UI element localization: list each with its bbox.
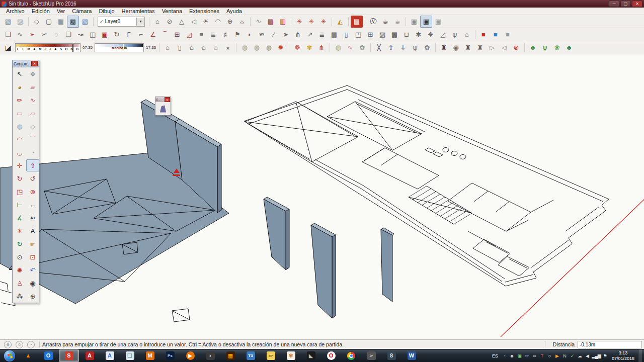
select-tool[interactable]: ↖ bbox=[13, 68, 26, 80]
column-tool-icon[interactable]: ≡ bbox=[195, 29, 207, 41]
menu-ayuda[interactable]: Ayuda bbox=[223, 8, 245, 15]
offset-tool[interactable]: ⊚ bbox=[26, 186, 39, 198]
poly-gray-icon[interactable]: ⌂ bbox=[461, 29, 473, 41]
tray-n-icon[interactable]: N bbox=[561, 353, 568, 358]
orbit-arrow-icon[interactable]: ↻ bbox=[111, 29, 123, 41]
stone-icon[interactable]: ◍ bbox=[332, 42, 344, 54]
tray-cloud-icon[interactable]: ☁ bbox=[577, 353, 583, 358]
roof-hatch-icon[interactable]: ▨ bbox=[376, 29, 388, 41]
menu-cámara[interactable]: Cámara bbox=[69, 8, 95, 15]
flag-left-icon[interactable]: ◁ bbox=[498, 42, 510, 54]
xray-mode-icon[interactable]: ▨ bbox=[14, 16, 26, 28]
archicad-app[interactable]: A bbox=[100, 350, 119, 361]
grass-icon[interactable]: ψ bbox=[539, 42, 551, 54]
vray-render-icon[interactable]: ☕ bbox=[379, 16, 391, 28]
mega-app[interactable]: M bbox=[140, 350, 159, 361]
dimension-tool[interactable]: ↔ bbox=[26, 199, 39, 211]
box-up-icon[interactable]: ⇧ bbox=[385, 42, 397, 54]
tray-play-icon[interactable]: ▶ bbox=[554, 353, 560, 358]
vray-fb-batch-icon[interactable]: ▣ bbox=[420, 16, 432, 28]
language-indicator[interactable]: ES bbox=[492, 353, 498, 358]
claim-credit-icon[interactable]: ☺ bbox=[16, 341, 23, 348]
tray-pen-icon[interactable]: ✑ bbox=[524, 353, 530, 358]
menu-ventana[interactable]: Ventana bbox=[159, 8, 185, 15]
window-grid-icon[interactable]: ⊞ bbox=[364, 29, 376, 41]
vray-fb-show-icon[interactable]: ▣ bbox=[408, 16, 420, 28]
vray-render-interactive-icon[interactable]: ☕ bbox=[391, 16, 404, 28]
door-swing-icon[interactable]: ◳ bbox=[352, 29, 364, 41]
mini-toolbar-header[interactable]: S... ✕ bbox=[155, 97, 171, 102]
triangle-tool-icon[interactable]: ◿ bbox=[183, 29, 195, 41]
red-figure-icon[interactable]: ⋔ bbox=[315, 42, 328, 54]
zoom-tool[interactable]: ⊙ bbox=[13, 251, 26, 263]
component-gray-3-icon[interactable]: ◍ bbox=[263, 42, 275, 54]
box-gray-icon[interactable]: ■ bbox=[502, 29, 514, 41]
component-gray-1-icon[interactable]: ◍ bbox=[238, 42, 251, 54]
protractor-tool[interactable]: ∡ bbox=[13, 212, 26, 224]
leaf-gray-icon[interactable]: ✿ bbox=[356, 42, 368, 54]
scatter-tool-3-icon[interactable]: ✳ bbox=[317, 16, 330, 28]
eraser-tool[interactable]: ▰ bbox=[26, 81, 39, 93]
metal-app[interactable]: ➢ bbox=[362, 350, 381, 361]
shrub-gray-icon[interactable]: ψ bbox=[449, 29, 461, 41]
shadow-time-slider[interactable]: Mediodía bbox=[95, 43, 144, 52]
line-tool[interactable]: ✏ bbox=[13, 94, 26, 106]
face-arrows-icon[interactable]: ✥ bbox=[425, 29, 437, 41]
tray-link-icon[interactable]: ∞ bbox=[531, 353, 538, 358]
tray-flag-icon[interactable]: ⚑ bbox=[602, 353, 608, 358]
mirror-tool-icon[interactable]: ◭ bbox=[334, 16, 346, 28]
branch-arrow-icon[interactable]: ⋔ bbox=[292, 29, 304, 41]
box-down-icon[interactable]: ⇩ bbox=[397, 42, 409, 54]
house-flat-icon[interactable]: ⌅ bbox=[222, 42, 234, 54]
trees-icon[interactable]: ♣ bbox=[563, 42, 575, 54]
arc-profile-icon[interactable]: ⌒ bbox=[159, 29, 171, 41]
tape-measure-tool[interactable]: ⊢ bbox=[13, 199, 26, 211]
silver-app[interactable]: ◗ bbox=[201, 350, 220, 361]
roof-slope-icon[interactable]: ◿ bbox=[437, 29, 449, 41]
plugin-export-icon[interactable]: ▥ bbox=[277, 16, 289, 28]
brick-tool-icon[interactable]: ▤ bbox=[351, 16, 363, 28]
palette-close-icon[interactable]: ✕ bbox=[31, 61, 38, 66]
hidden-line-icon[interactable]: ▢ bbox=[43, 16, 55, 28]
house-roof-icon[interactable]: ⌂ bbox=[198, 42, 210, 54]
leaf2-gray-icon[interactable]: ✿ bbox=[421, 42, 433, 54]
tray-network-icon[interactable]: ▂▄▆ bbox=[592, 353, 601, 358]
scatter-tool-2-icon[interactable]: ✳ bbox=[305, 16, 317, 28]
previous-view-tool[interactable]: ↶ bbox=[26, 264, 39, 276]
three-point-arc-tool[interactable]: ◡ bbox=[13, 146, 26, 158]
pie-tool[interactable]: ◔ bbox=[26, 146, 39, 158]
pan-tool[interactable]: ☛ bbox=[26, 238, 39, 250]
close-button[interactable]: ✕ bbox=[632, 1, 642, 7]
geolocation-icon[interactable]: ⊕ bbox=[4, 341, 12, 348]
corner-profile-icon[interactable]: Γ bbox=[123, 29, 135, 41]
outlook-app[interactable]: O bbox=[39, 350, 58, 361]
sweep-icon[interactable]: ↝ bbox=[74, 29, 87, 41]
month-slider-handle[interactable] bbox=[72, 44, 73, 52]
notes-app[interactable]: ❏ bbox=[120, 350, 139, 361]
follow-me-tool[interactable]: ↺ bbox=[26, 172, 39, 185]
push-pull-tool[interactable]: ⇧ bbox=[26, 159, 39, 171]
wall-hatch-icon[interactable]: ▤ bbox=[328, 29, 340, 41]
box-blue-icon[interactable]: ■ bbox=[490, 29, 502, 41]
orbit-tool[interactable]: ↻ bbox=[13, 238, 26, 250]
edit-page-icon[interactable]: ❏ bbox=[2, 29, 14, 41]
position-camera-tool[interactable]: ♙ bbox=[13, 277, 26, 289]
mini-toolbar-close-icon[interactable]: ✕ bbox=[165, 97, 170, 102]
machine-4-icon[interactable]: ♜ bbox=[474, 42, 486, 54]
machine-3-icon[interactable]: ♜ bbox=[462, 42, 474, 54]
yellow-plant-icon[interactable]: ✾ bbox=[303, 42, 315, 54]
baluster-tool-icon[interactable]: ≣ bbox=[207, 29, 219, 41]
tray-dot-icon[interactable]: ○ bbox=[546, 353, 553, 358]
freehand-tool[interactable]: ∿ bbox=[26, 94, 39, 106]
vlc-app[interactable]: ▲ bbox=[19, 350, 38, 361]
paint-app[interactable]: ✾ bbox=[281, 350, 300, 361]
box-edit-icon[interactable]: ❒ bbox=[62, 29, 74, 41]
menu-edición[interactable]: Edición bbox=[29, 8, 53, 15]
angle-dim-icon[interactable]: ∠ bbox=[147, 29, 159, 41]
show-desktop-button[interactable] bbox=[638, 349, 642, 362]
louver-tool-icon[interactable]: ▤ bbox=[388, 29, 400, 41]
face-box-icon[interactable]: ◫ bbox=[87, 29, 99, 41]
look-around-tool[interactable]: ◉ bbox=[26, 277, 39, 289]
shaded-textures-large-icon[interactable]: ▧ bbox=[2, 16, 14, 28]
horn-tool-icon[interactable]: ◗ bbox=[244, 29, 256, 41]
